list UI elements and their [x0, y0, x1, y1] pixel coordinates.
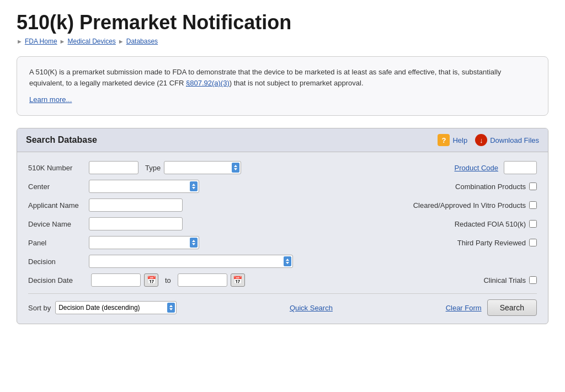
decision-date-to-input[interactable] — [178, 273, 227, 287]
help-icon: ? — [438, 134, 450, 146]
k-number-label: 510K Number — [28, 164, 89, 172]
download-label: Download Files — [490, 136, 539, 144]
breadcrumb: ► FDA Home ► Medical Devices ► Databases — [17, 37, 548, 45]
search-box-title: Search Database — [26, 135, 97, 145]
clinical-trials-label: Clinical Trials — [483, 276, 526, 284]
breadcrumb-sep-3: ► — [118, 38, 124, 45]
product-code-input[interactable] — [504, 161, 537, 174]
search-database-box: Search Database ? Help ↓ Download Files … — [17, 128, 548, 324]
info-box: A 510(K) is a premarket submission made … — [17, 56, 548, 116]
help-link[interactable]: ? Help — [438, 134, 467, 146]
sort-by-select[interactable]: Decision Date (descending) — [55, 301, 177, 314]
k-number-input[interactable] — [89, 161, 138, 174]
redacted-foia-label: Redacted FOIA 510(k) — [455, 220, 526, 228]
help-label: Help — [452, 136, 467, 144]
center-select[interactable] — [89, 180, 199, 193]
search-button[interactable]: Search — [487, 299, 537, 316]
type-select[interactable] — [164, 161, 241, 174]
learn-more-link[interactable]: Learn more... — [29, 94, 536, 105]
decision-date-label: Decision Date — [28, 276, 89, 284]
applicant-name-label: Applicant Name — [28, 201, 89, 210]
cleared-approved-checkbox[interactable] — [529, 201, 537, 209]
panel-label: Panel — [28, 239, 89, 247]
cfr-link[interactable]: §807.92(a)(3) — [186, 79, 230, 87]
breadcrumb-databases[interactable]: Databases — [126, 37, 158, 45]
decision-date-from-input[interactable] — [91, 273, 141, 287]
applicant-name-input[interactable] — [89, 198, 183, 212]
action-buttons: Clear Form Search — [446, 299, 537, 316]
breadcrumb-sep-2: ► — [60, 38, 66, 45]
product-code-link[interactable]: Product Code — [455, 164, 499, 172]
panel-select[interactable] — [89, 236, 199, 249]
redacted-foia-checkbox[interactable] — [529, 220, 537, 228]
device-name-input[interactable] — [89, 217, 183, 230]
breadcrumb-medical-devices[interactable]: Medical Devices — [67, 37, 115, 45]
clear-form-button[interactable]: Clear Form — [446, 304, 482, 312]
download-link[interactable]: ↓ Download Files — [475, 134, 539, 146]
device-name-label: Device Name — [28, 220, 89, 228]
search-box-actions: ? Help ↓ Download Files — [438, 134, 539, 146]
third-party-label: Third Party Reviewed — [457, 239, 526, 247]
quick-search-link[interactable]: Quick Search — [290, 304, 333, 312]
combination-products-checkbox[interactable] — [529, 182, 537, 190]
sort-by-label: Sort by — [28, 304, 51, 312]
page-title: 510(k) Premarket Notification — [17, 11, 548, 34]
info-text: A 510(K) is a premarket submission made … — [29, 68, 501, 87]
clinical-trials-checkbox[interactable] — [529, 276, 537, 284]
search-box-header: Search Database ? Help ↓ Download Files — [17, 128, 548, 152]
date-to-sep: to — [165, 276, 171, 284]
combination-products-label: Combination Products — [455, 182, 526, 191]
center-label: Center — [28, 182, 89, 191]
breadcrumb-fda-home[interactable]: FDA Home — [25, 37, 57, 45]
cleared-approved-label: Cleared/Approved In Vitro Products — [413, 201, 526, 210]
decision-label: Decision — [28, 257, 89, 266]
type-label: Type — [145, 164, 161, 172]
third-party-checkbox[interactable] — [529, 239, 537, 246]
download-icon: ↓ — [475, 134, 487, 146]
search-form: 510K Number Type Product Code Center — [17, 152, 548, 324]
decision-select[interactable] — [89, 255, 293, 268]
calendar-to-icon[interactable]: 📅 — [231, 273, 245, 287]
breadcrumb-sep-1: ► — [17, 38, 23, 45]
calendar-from-icon[interactable]: 📅 — [144, 273, 158, 287]
